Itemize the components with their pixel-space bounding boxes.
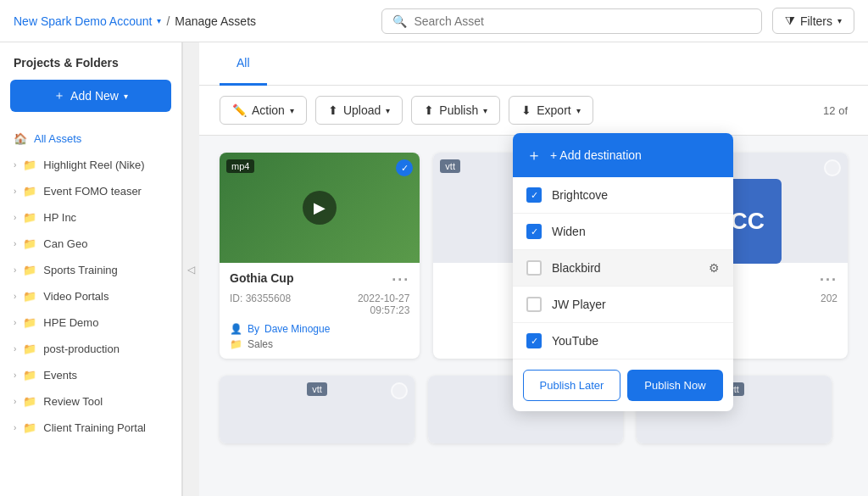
chevron-right-icon: ›	[14, 239, 16, 248]
asset-title: Gothia Cup	[230, 271, 293, 289]
destination-youtube[interactable]: ✓ YouTube	[513, 323, 733, 359]
search-bar: 🔍	[381, 8, 761, 34]
sidebar-item-hpe-demo[interactable]: › 📁 HPE Demo	[0, 309, 181, 336]
chevron-down-icon: ▾	[386, 106, 390, 115]
publish-label: Publish	[439, 103, 478, 117]
collapse-icon: ◁	[187, 264, 195, 276]
filters-button[interactable]: ⧩ Filters ▾	[772, 8, 854, 34]
gear-icon[interactable]: ⚙	[709, 261, 720, 275]
sidebar-item-label: All Assets	[34, 132, 81, 145]
author-link[interactable]: Dave Minogue	[264, 323, 330, 335]
sidebar-item-event-fomo[interactable]: › 📁 Event FOMO teaser	[0, 178, 181, 204]
account-link[interactable]: New Spark Demo Account	[14, 14, 152, 28]
chevron-right-icon: ›	[14, 213, 16, 222]
publish-button[interactable]: ⬆ Publish ▾	[411, 96, 500, 125]
upload-icon: ⬆	[328, 103, 338, 117]
action-label: Action	[252, 103, 285, 117]
folder-icon: 📁	[23, 185, 36, 198]
chevron-right-icon: ›	[14, 265, 16, 275]
jwplayer-checkbox[interactable]	[526, 297, 542, 312]
tab-label: All	[236, 56, 250, 70]
asset-card-gothia-cup[interactable]: mp4 ✓ ▶ Gothia Cup ··· ID: 36355608 2022…	[220, 153, 420, 359]
publish-later-button[interactable]: Publish Later	[523, 370, 620, 401]
publish-now-button[interactable]: Publish Now	[627, 370, 723, 401]
sidebar-item-label: Can Geo	[43, 237, 87, 250]
brightcove-checkbox[interactable]: ✓	[526, 187, 542, 203]
folder-icon: 📁	[23, 211, 36, 224]
asset-type-badge: vtt	[440, 159, 460, 173]
sidebar-item-can-geo[interactable]: › 📁 Can Geo	[0, 231, 181, 257]
upload-label: Upload	[343, 103, 381, 117]
sidebar-header: Projects & Folders	[0, 56, 181, 80]
breadcrumb-sep: /	[166, 14, 170, 28]
asset-card-bottom-1[interactable]: vtt	[220, 376, 415, 443]
chevron-right-icon: ›	[14, 423, 16, 432]
collapse-sidebar-handle[interactable]: ◁	[182, 42, 199, 496]
sidebar-item-review-tool[interactable]: › 📁 Review Tool	[0, 388, 181, 415]
folder-icon: 📁	[23, 421, 36, 434]
action-button[interactable]: ✏️ Action ▾	[220, 96, 307, 125]
sidebar-item-label: Client Training Portal	[43, 421, 146, 434]
sidebar-item-events[interactable]: › 📁 Events	[0, 362, 181, 388]
chevron-right-icon: ›	[14, 318, 16, 327]
publish-dropdown: ＋ + Add destination ✓ Brightcove ✓ Widen…	[513, 133, 733, 411]
destination-jwplayer[interactable]: JW Player	[513, 287, 733, 323]
dropdown-arrow[interactable]: ▾	[157, 16, 161, 25]
tabs-bar: All	[199, 42, 868, 86]
asset-select-check[interactable]: ✓	[396, 159, 413, 176]
youtube-checkbox[interactable]: ✓	[526, 333, 542, 348]
asset-date: 202	[821, 293, 837, 304]
chevron-right-icon: ›	[14, 292, 16, 301]
asset-author: 👤 By Dave Minogue	[230, 323, 409, 335]
sidebar-item-sports-training[interactable]: › 📁 Sports Training	[0, 257, 181, 283]
widen-checkbox[interactable]: ✓	[526, 224, 542, 239]
play-button[interactable]: ▶	[303, 191, 337, 225]
more-options-button[interactable]: ···	[392, 271, 409, 289]
plus-icon: ＋	[526, 145, 542, 165]
sidebar-item-highlight-reel[interactable]: › 📁 Highlight Reel (Nike)	[0, 152, 181, 178]
filters-label: Filters	[800, 14, 832, 28]
brightcove-label: Brightcove	[552, 188, 608, 202]
chevron-right-icon: ›	[14, 187, 16, 196]
sidebar-item-label: post-production	[43, 343, 120, 355]
more-options-button[interactable]: ···	[820, 271, 837, 289]
main-content: All ✏️ Action ▾ ⬆ Upload ▾ ⬆ Publish ▾ ⬇	[199, 42, 868, 496]
chevron-down-icon: ▾	[837, 16, 842, 25]
chevron-down-icon: ▾	[290, 106, 294, 115]
blackbird-label: Blackbird	[552, 261, 601, 275]
destination-widen[interactable]: ✓ Widen	[513, 214, 733, 250]
folder-icon: 📁	[23, 159, 36, 171]
asset-select-check[interactable]	[824, 159, 841, 176]
blackbird-checkbox[interactable]	[526, 260, 542, 276]
folder-name: Sales	[248, 338, 273, 350]
search-input[interactable]	[414, 14, 750, 28]
asset-meta: ID: 36355608 2022-10-2709:57:23	[230, 293, 409, 316]
tab-all[interactable]: All	[220, 42, 267, 86]
export-label: Export	[537, 103, 570, 117]
sidebar-item-post-production[interactable]: › 📁 post-production	[0, 336, 181, 362]
folder-icon: 📁	[23, 290, 36, 303]
top-nav: New Spark Demo Account ▾ / Manage Assets…	[0, 0, 868, 42]
sidebar-item-label: Highlight Reel (Nike)	[43, 159, 144, 171]
chevron-down-icon: ▾	[576, 106, 581, 115]
sidebar-item-label: Review Tool	[43, 395, 103, 408]
destination-blackbird[interactable]: Blackbird ⚙	[513, 250, 733, 287]
sidebar-item-client-training[interactable]: › 📁 Client Training Portal	[0, 415, 181, 441]
export-button[interactable]: ⬇ Export ▾	[509, 96, 593, 125]
avatar-icon: 👤	[230, 323, 242, 335]
sidebar-item-all-assets[interactable]: 🏠 All Assets	[0, 125, 181, 152]
asset-select-check[interactable]	[391, 382, 408, 399]
add-new-label: Add New	[70, 89, 119, 103]
destination-brightcove[interactable]: ✓ Brightcove	[513, 177, 733, 214]
chevron-right-icon: ›	[14, 344, 16, 354]
sidebar-item-video-portals[interactable]: › 📁 Video Portals	[0, 283, 181, 309]
folder-icon: 📁	[23, 316, 36, 329]
upload-button[interactable]: ⬆ Upload ▾	[315, 96, 403, 125]
add-new-button[interactable]: ＋ Add New ▾	[10, 80, 171, 112]
sidebar-item-label: Event FOMO teaser	[43, 185, 142, 198]
sidebar-item-hp-inc[interactable]: › 📁 HP Inc	[0, 204, 181, 231]
chevron-right-icon: ›	[14, 160, 16, 170]
asset-info: Gothia Cup ··· ID: 36355608 2022-10-2709…	[220, 263, 420, 359]
add-destination-item[interactable]: ＋ + Add destination	[513, 133, 733, 177]
asset-type-badge: mp4	[226, 159, 254, 173]
